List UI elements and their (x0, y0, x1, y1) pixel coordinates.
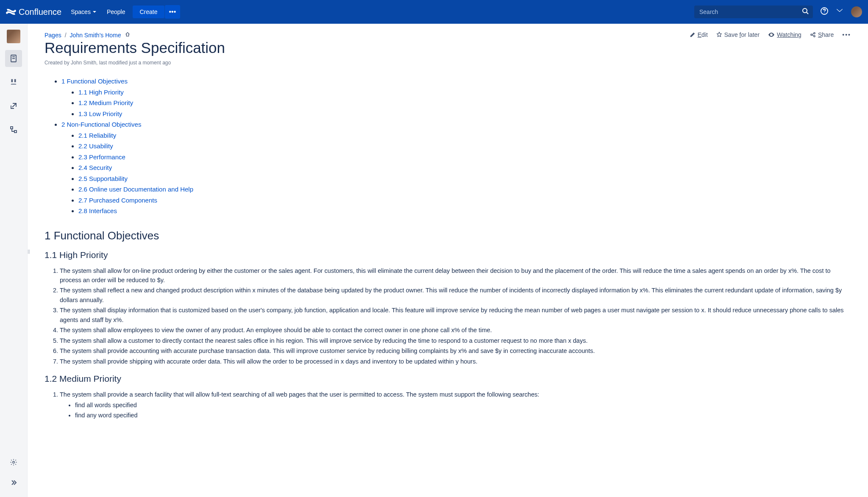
ellipsis-icon: ••• (169, 8, 176, 15)
svg-point-12 (814, 36, 815, 37)
edit-button[interactable]: EEditdit (690, 31, 708, 38)
space-avatar[interactable] (7, 30, 20, 43)
svg-point-3 (824, 12, 824, 13)
subsection-heading: 1.2 Medium Priority (45, 374, 851, 384)
svg-point-10 (811, 34, 812, 36)
sidebar-item-tree[interactable] (5, 121, 22, 138)
search-icon[interactable] (802, 8, 809, 16)
toc-link[interactable]: 2.3 Performance (78, 153, 125, 161)
sidebar-item-shortcut[interactable] (5, 97, 22, 114)
list-item: The system shall allow for on-line produ… (60, 266, 851, 285)
list-item: The system shall display information tha… (60, 305, 851, 325)
ellipsis-icon: ••• (842, 31, 851, 38)
list-item: The system shall provide a search facili… (60, 390, 851, 420)
save-for-later-button[interactable]: Save for laterSave for later (716, 31, 760, 38)
help-icon[interactable] (821, 7, 828, 17)
page-title: Requirements Specification (45, 39, 851, 56)
home-icon (125, 31, 131, 39)
toc-link[interactable]: 2.6 Online user Documentation and Help (78, 186, 193, 193)
sidebar-item-pages[interactable] (5, 50, 22, 67)
list-item: find any word specified (75, 411, 851, 420)
svg-point-9 (13, 461, 15, 464)
sidebar-expand-button[interactable] (5, 474, 22, 491)
sidebar-resize-handle[interactable]: || (28, 249, 30, 254)
svg-rect-8 (14, 130, 17, 133)
page-actions: EEditdit Save for laterSave for later Wa… (690, 31, 851, 38)
notifications-icon[interactable] (836, 7, 843, 17)
confluence-logo-icon (6, 7, 16, 17)
svg-line-13 (812, 33, 814, 34)
list-item: The system shall provide accounting with… (60, 346, 851, 355)
svg-line-14 (812, 35, 814, 36)
search-box (694, 6, 813, 18)
requirements-list: The system shall provide a search facili… (45, 390, 851, 420)
sidebar-item-blog[interactable] (5, 74, 22, 91)
app-name: Confluence (19, 7, 61, 17)
toc-link[interactable]: 2.4 Security (78, 164, 112, 171)
toc-link[interactable]: 1 Functional Objectives (61, 78, 128, 85)
toc-link[interactable]: 2.7 Purchased Components (78, 197, 157, 204)
list-item: find all words specified (75, 400, 851, 410)
create-more-button[interactable]: ••• (165, 5, 181, 19)
list-item: The system shall allow a customer to dir… (60, 336, 851, 345)
toc-link[interactable]: 2.5 Supportability (78, 175, 128, 182)
list-item: The system shall provide shipping with a… (60, 357, 851, 366)
section-heading: 1 Functional Objectives (45, 229, 851, 242)
share-button[interactable]: ShareShare (810, 31, 834, 38)
chevron-down-icon (92, 8, 97, 15)
toc-link[interactable]: 1.1 High Priority (78, 89, 124, 96)
watching-button[interactable]: Watching (768, 31, 801, 38)
svg-line-1 (807, 12, 808, 14)
breadcrumb-home[interactable]: John Smith's Home (70, 32, 121, 39)
nav-spaces[interactable]: Spaces (67, 6, 101, 18)
top-navigation-bar: Confluence Spaces People Create ••• (0, 0, 868, 24)
toc-link[interactable]: 2.8 Interfaces (78, 207, 117, 214)
breadcrumb: Pages / John Smith's Home (45, 31, 131, 39)
page-meta: Created by John Smith, last modified jus… (45, 60, 851, 66)
toc-link[interactable]: 1.2 Medium Priority (78, 99, 133, 106)
app-logo[interactable]: Confluence (6, 7, 67, 17)
svg-point-0 (803, 8, 807, 13)
svg-rect-7 (11, 127, 13, 129)
subsection-heading: 1.1 High Priority (45, 250, 851, 260)
toc-link[interactable]: 2.2 Usability (78, 142, 113, 150)
table-of-contents: 1 Functional Objectives 1.1 High Priorit… (45, 76, 851, 217)
page-content-area: Pages / John Smith's Home EEditdit Save … (28, 24, 868, 497)
left-sidebar (0, 24, 28, 497)
toc-link[interactable]: 1.3 Low Priority (78, 110, 122, 117)
svg-point-11 (814, 33, 815, 34)
search-input[interactable] (694, 6, 813, 18)
nav-people[interactable]: People (103, 6, 130, 18)
toc-link[interactable]: 2 Non-Functional Objectives (61, 121, 141, 128)
requirements-list: The system shall allow for on-line produ… (45, 266, 851, 367)
breadcrumb-pages[interactable]: Pages (45, 32, 61, 39)
toc-link[interactable]: 2.1 Reliability (78, 132, 116, 139)
sidebar-item-settings[interactable] (5, 454, 22, 471)
create-button[interactable]: Create (133, 6, 164, 18)
user-avatar[interactable] (851, 6, 862, 17)
more-actions-button[interactable]: ••• (842, 31, 851, 38)
list-item: The system shall allow employees to view… (60, 325, 851, 335)
list-item: The system shall reflect a new and chang… (60, 286, 851, 305)
